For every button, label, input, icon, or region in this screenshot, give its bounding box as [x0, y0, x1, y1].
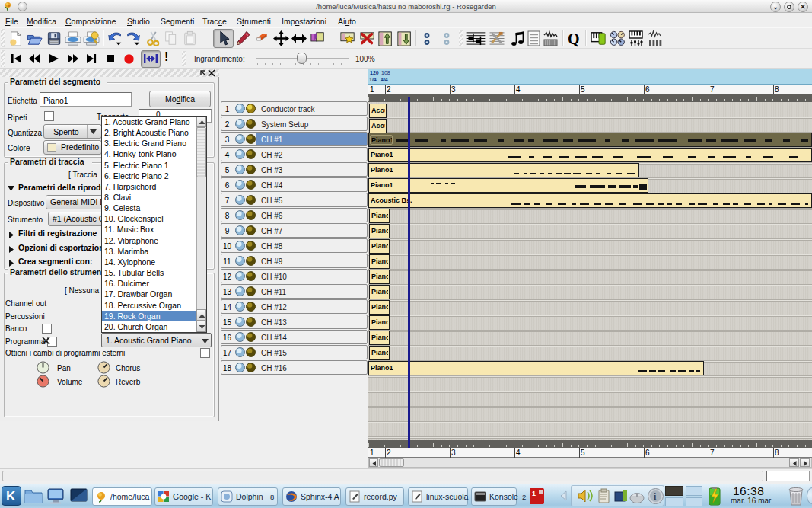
- svg-text:1: 1: [532, 490, 536, 497]
- svg-text:K: K: [6, 489, 16, 503]
